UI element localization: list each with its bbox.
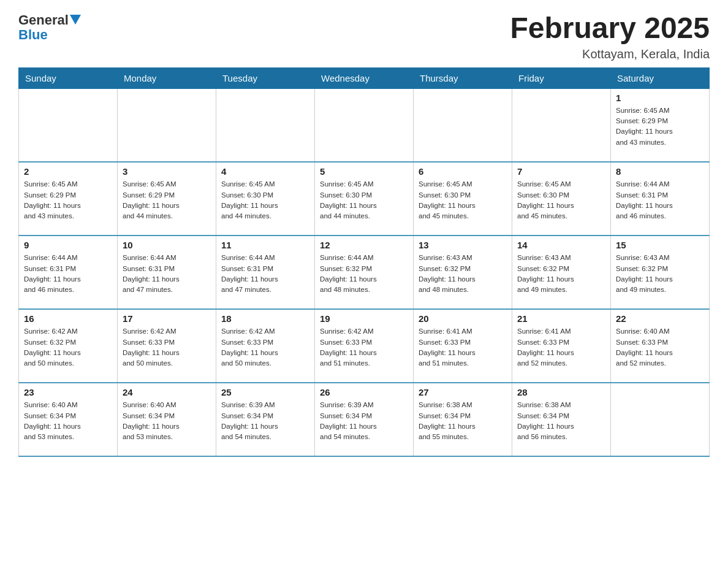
day-number: 26 — [320, 387, 408, 397]
logo: General Blue — [18, 12, 81, 42]
day-number: 20 — [419, 313, 507, 324]
calendar-cell: 15Sunrise: 6:43 AM Sunset: 6:32 PM Dayli… — [611, 236, 710, 309]
day-info: Sunrise: 6:44 AM Sunset: 6:31 PM Dayligh… — [616, 179, 704, 221]
day-info: Sunrise: 6:45 AM Sunset: 6:29 PM Dayligh… — [24, 179, 112, 221]
calendar-table: SundayMondayTuesdayWednesdayThursdayFrid… — [18, 67, 710, 458]
day-info: Sunrise: 6:45 AM Sunset: 6:29 PM Dayligh… — [123, 179, 211, 221]
calendar-week-row: 16Sunrise: 6:42 AM Sunset: 6:32 PM Dayli… — [19, 309, 710, 383]
calendar-cell: 4Sunrise: 6:45 AM Sunset: 6:30 PM Daylig… — [216, 162, 315, 236]
calendar-cell: 12Sunrise: 6:44 AM Sunset: 6:32 PM Dayli… — [315, 236, 414, 309]
calendar-cell: 6Sunrise: 6:45 AM Sunset: 6:30 PM Daylig… — [414, 162, 512, 236]
calendar-cell: 17Sunrise: 6:42 AM Sunset: 6:33 PM Dayli… — [118, 309, 216, 383]
calendar-cell — [19, 88, 118, 162]
title-block: February 2025 Kottayam, Kerala, India — [510, 12, 710, 61]
day-of-week-header: Sunday — [19, 67, 118, 88]
day-number: 7 — [517, 166, 605, 177]
day-number: 24 — [123, 387, 211, 397]
day-number: 16 — [24, 313, 112, 324]
day-of-week-header: Thursday — [414, 67, 512, 88]
day-info: Sunrise: 6:40 AM Sunset: 6:34 PM Dayligh… — [123, 400, 211, 442]
calendar-week-row: 2Sunrise: 6:45 AM Sunset: 6:29 PM Daylig… — [19, 162, 710, 236]
day-info: Sunrise: 6:43 AM Sunset: 6:32 PM Dayligh… — [419, 253, 507, 295]
day-number: 5 — [320, 166, 408, 177]
day-number: 8 — [616, 166, 704, 177]
calendar-cell — [216, 88, 315, 162]
day-number: 25 — [221, 387, 309, 397]
calendar-cell: 2Sunrise: 6:45 AM Sunset: 6:29 PM Daylig… — [19, 162, 118, 236]
day-info: Sunrise: 6:45 AM Sunset: 6:30 PM Dayligh… — [419, 179, 507, 221]
calendar-cell: 7Sunrise: 6:45 AM Sunset: 6:30 PM Daylig… — [512, 162, 611, 236]
day-info: Sunrise: 6:45 AM Sunset: 6:30 PM Dayligh… — [221, 179, 309, 221]
calendar-cell — [414, 88, 512, 162]
calendar-cell: 1Sunrise: 6:45 AM Sunset: 6:29 PM Daylig… — [611, 88, 710, 162]
day-info: Sunrise: 6:43 AM Sunset: 6:32 PM Dayligh… — [616, 253, 704, 295]
calendar-cell: 18Sunrise: 6:42 AM Sunset: 6:33 PM Dayli… — [216, 309, 315, 383]
day-number: 2 — [24, 166, 112, 177]
day-info: Sunrise: 6:39 AM Sunset: 6:34 PM Dayligh… — [320, 400, 408, 442]
calendar-cell: 28Sunrise: 6:38 AM Sunset: 6:34 PM Dayli… — [512, 383, 611, 456]
day-info: Sunrise: 6:45 AM Sunset: 6:29 PM Dayligh… — [616, 105, 704, 148]
calendar-cell: 20Sunrise: 6:41 AM Sunset: 6:33 PM Dayli… — [414, 309, 512, 383]
calendar-cell: 8Sunrise: 6:44 AM Sunset: 6:31 PM Daylig… — [611, 162, 710, 236]
calendar-cell: 26Sunrise: 6:39 AM Sunset: 6:34 PM Dayli… — [315, 383, 414, 456]
location-subtitle: Kottayam, Kerala, India — [510, 47, 710, 61]
day-number: 21 — [517, 313, 605, 324]
calendar-cell: 11Sunrise: 6:44 AM Sunset: 6:31 PM Dayli… — [216, 236, 315, 309]
calendar-cell: 21Sunrise: 6:41 AM Sunset: 6:33 PM Dayli… — [512, 309, 611, 383]
day-info: Sunrise: 6:41 AM Sunset: 6:33 PM Dayligh… — [419, 326, 507, 369]
day-number: 13 — [419, 240, 507, 250]
page-header: General Blue February 2025 Kottayam, Ker… — [18, 12, 710, 61]
day-number: 15 — [616, 240, 704, 250]
day-of-week-header: Tuesday — [216, 67, 315, 88]
day-info: Sunrise: 6:44 AM Sunset: 6:31 PM Dayligh… — [123, 253, 211, 295]
day-of-week-header: Monday — [118, 67, 216, 88]
day-number: 14 — [517, 240, 605, 250]
calendar-cell: 22Sunrise: 6:40 AM Sunset: 6:33 PM Dayli… — [611, 309, 710, 383]
calendar-cell: 25Sunrise: 6:39 AM Sunset: 6:34 PM Dayli… — [216, 383, 315, 456]
calendar-cell: 14Sunrise: 6:43 AM Sunset: 6:32 PM Dayli… — [512, 236, 611, 309]
calendar-cell — [611, 383, 710, 456]
day-number: 6 — [419, 166, 507, 177]
day-number: 23 — [24, 387, 112, 397]
day-info: Sunrise: 6:38 AM Sunset: 6:34 PM Dayligh… — [517, 400, 605, 442]
logo-general-text: General — [18, 12, 69, 28]
calendar-cell: 5Sunrise: 6:45 AM Sunset: 6:30 PM Daylig… — [315, 162, 414, 236]
day-info: Sunrise: 6:42 AM Sunset: 6:33 PM Dayligh… — [320, 326, 408, 369]
day-number: 9 — [24, 240, 112, 250]
calendar-cell — [512, 88, 611, 162]
day-info: Sunrise: 6:38 AM Sunset: 6:34 PM Dayligh… — [419, 400, 507, 442]
day-number: 1 — [616, 93, 704, 103]
day-of-week-header: Wednesday — [315, 67, 414, 88]
calendar-cell — [315, 88, 414, 162]
calendar-cell: 10Sunrise: 6:44 AM Sunset: 6:31 PM Dayli… — [118, 236, 216, 309]
day-number: 17 — [123, 313, 211, 324]
calendar-cell: 19Sunrise: 6:42 AM Sunset: 6:33 PM Dayli… — [315, 309, 414, 383]
day-info: Sunrise: 6:45 AM Sunset: 6:30 PM Dayligh… — [320, 179, 408, 221]
day-number: 27 — [419, 387, 507, 397]
day-number: 3 — [123, 166, 211, 177]
day-info: Sunrise: 6:44 AM Sunset: 6:31 PM Dayligh… — [24, 253, 112, 295]
day-info: Sunrise: 6:41 AM Sunset: 6:33 PM Dayligh… — [517, 326, 605, 369]
day-number: 19 — [320, 313, 408, 324]
days-of-week-row: SundayMondayTuesdayWednesdayThursdayFrid… — [19, 67, 710, 88]
calendar-cell: 27Sunrise: 6:38 AM Sunset: 6:34 PM Dayli… — [414, 383, 512, 456]
day-number: 12 — [320, 240, 408, 250]
day-of-week-header: Saturday — [611, 67, 710, 88]
calendar-header: SundayMondayTuesdayWednesdayThursdayFrid… — [19, 67, 710, 88]
calendar-cell: 23Sunrise: 6:40 AM Sunset: 6:34 PM Dayli… — [19, 383, 118, 456]
calendar-cell: 24Sunrise: 6:40 AM Sunset: 6:34 PM Dayli… — [118, 383, 216, 456]
logo-blue-text: Blue — [18, 28, 81, 42]
calendar-cell: 16Sunrise: 6:42 AM Sunset: 6:32 PM Dayli… — [19, 309, 118, 383]
day-info: Sunrise: 6:42 AM Sunset: 6:32 PM Dayligh… — [24, 326, 112, 369]
calendar-body: 1Sunrise: 6:45 AM Sunset: 6:29 PM Daylig… — [19, 88, 710, 456]
day-info: Sunrise: 6:40 AM Sunset: 6:34 PM Dayligh… — [24, 400, 112, 442]
svg-marker-0 — [70, 15, 81, 25]
day-number: 11 — [221, 240, 309, 250]
calendar-cell: 9Sunrise: 6:44 AM Sunset: 6:31 PM Daylig… — [19, 236, 118, 309]
month-title: February 2025 — [510, 12, 710, 45]
day-number: 10 — [123, 240, 211, 250]
calendar-cell: 13Sunrise: 6:43 AM Sunset: 6:32 PM Dayli… — [414, 236, 512, 309]
day-number: 4 — [221, 166, 309, 177]
day-info: Sunrise: 6:45 AM Sunset: 6:30 PM Dayligh… — [517, 179, 605, 221]
day-info: Sunrise: 6:40 AM Sunset: 6:33 PM Dayligh… — [616, 326, 704, 369]
